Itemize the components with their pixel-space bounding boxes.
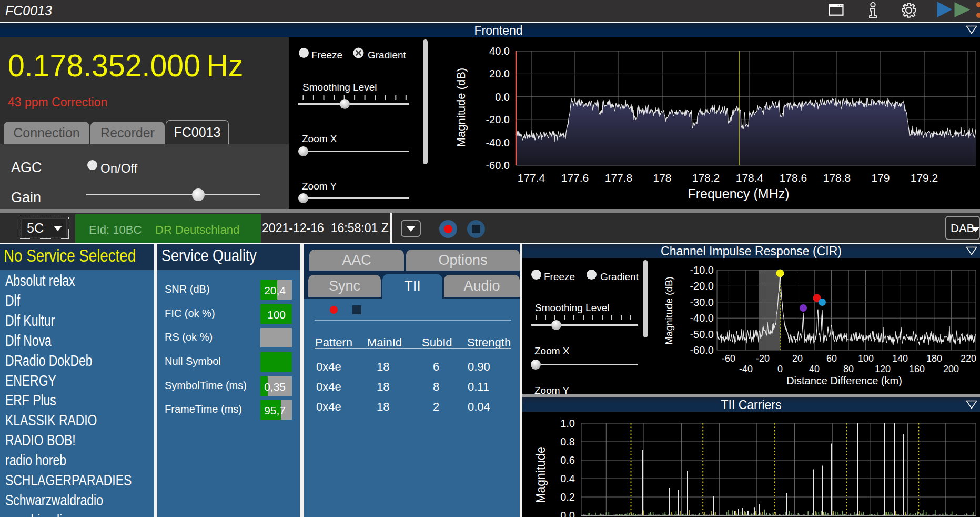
svg-text:-40.0: -40.0 bbox=[486, 137, 510, 148]
svg-text:-60: -60 bbox=[722, 353, 735, 364]
svg-text:1.0: 1.0 bbox=[560, 417, 575, 429]
svg-text:178.4: 178.4 bbox=[736, 172, 764, 184]
svg-text:-20.0: -20.0 bbox=[486, 114, 510, 125]
svg-text:179.2: 179.2 bbox=[911, 172, 938, 184]
svg-text:80: 80 bbox=[843, 364, 854, 374]
svg-text:-50.0: -50.0 bbox=[690, 329, 714, 340]
svg-text:40: 40 bbox=[809, 364, 820, 374]
svg-text:178.6: 178.6 bbox=[780, 172, 807, 184]
svg-text:-60.0: -60.0 bbox=[690, 344, 714, 356]
svg-text:160: 160 bbox=[909, 364, 925, 374]
svg-text:-10.0: -10.0 bbox=[690, 264, 714, 276]
svg-text:0.0: 0.0 bbox=[495, 91, 510, 103]
svg-text:60: 60 bbox=[826, 353, 837, 364]
svg-text:Magnitude (dB): Magnitude (dB) bbox=[663, 276, 674, 345]
svg-text:178.2: 178.2 bbox=[692, 172, 720, 184]
svg-text:140: 140 bbox=[892, 353, 908, 364]
svg-text:120: 120 bbox=[875, 364, 891, 374]
svg-text:0.0: 0.0 bbox=[560, 510, 575, 517]
svg-text:180: 180 bbox=[926, 353, 942, 364]
svg-text:220: 220 bbox=[961, 353, 976, 364]
svg-text:177.6: 177.6 bbox=[561, 172, 589, 184]
svg-text:100: 100 bbox=[858, 353, 874, 364]
svg-text:177.8: 177.8 bbox=[605, 172, 633, 184]
svg-text:Distance Difference (km): Distance Difference (km) bbox=[786, 375, 902, 386]
svg-text:178.8: 178.8 bbox=[823, 172, 851, 184]
svg-text:-40.0: -40.0 bbox=[690, 312, 714, 324]
svg-text:177.4: 177.4 bbox=[518, 172, 545, 184]
svg-text:Frequency (MHz): Frequency (MHz) bbox=[688, 186, 789, 201]
svg-text:-60.0: -60.0 bbox=[486, 160, 510, 171]
svg-text:Magnitude: Magnitude bbox=[534, 446, 548, 503]
svg-text:-20.0: -20.0 bbox=[690, 280, 714, 292]
svg-text:-30.0: -30.0 bbox=[690, 296, 714, 308]
svg-text:178: 178 bbox=[653, 172, 671, 184]
svg-text:0.8: 0.8 bbox=[560, 436, 575, 448]
svg-text:0.6: 0.6 bbox=[560, 454, 575, 466]
svg-text:200: 200 bbox=[943, 364, 959, 374]
svg-text:-40: -40 bbox=[739, 364, 753, 374]
svg-text:-20: -20 bbox=[756, 353, 770, 364]
svg-text:40.0: 40.0 bbox=[489, 45, 510, 57]
svg-text:179: 179 bbox=[871, 172, 890, 184]
svg-text:20.0: 20.0 bbox=[489, 68, 510, 79]
svg-text:20: 20 bbox=[792, 353, 803, 364]
svg-text:Magnitude (dB): Magnitude (dB) bbox=[454, 68, 468, 147]
svg-text:0.4: 0.4 bbox=[560, 473, 575, 484]
svg-text:0: 0 bbox=[777, 364, 783, 374]
svg-text:0.2: 0.2 bbox=[560, 491, 575, 503]
